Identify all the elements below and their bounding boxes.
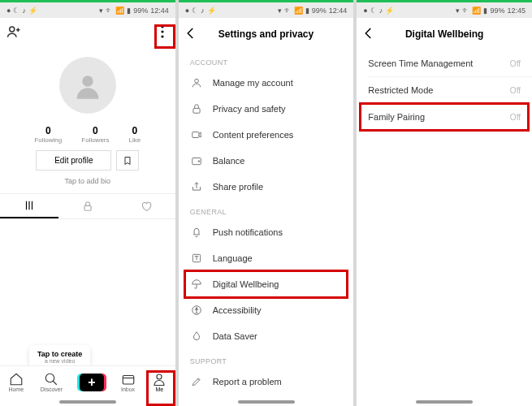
avatar[interactable] [59, 57, 116, 114]
nav-inbox[interactable]: Inbox [121, 372, 136, 392]
nav-home[interactable]: Home [8, 372, 24, 392]
svg-rect-11 [192, 132, 198, 138]
profile-tabs [0, 193, 175, 219]
tab-locked[interactable] [58, 194, 117, 218]
tab-liked[interactable] [117, 194, 175, 218]
svg-point-16 [196, 308, 197, 309]
bell-icon [190, 227, 203, 238]
svg-point-0 [10, 27, 15, 32]
status-bar: ●☾♪⚡ ▾ᯤ📶▮ 99%12:45 [357, 0, 532, 18]
row-accessibility[interactable]: Accessibility [179, 297, 354, 323]
lock-icon [190, 103, 203, 114]
row-balance[interactable]: Balance [179, 148, 354, 174]
accessibility-icon [190, 304, 203, 316]
row-manage-account[interactable]: Manage my account [179, 70, 354, 96]
clock: 12:44 [150, 6, 169, 15]
phone-digital-wellbeing: ●☾♪⚡ ▾ᯤ📶▮ 99%12:45 Digital Wellbeing Scr… [357, 0, 532, 406]
stats-row: 0 Following 0 Followers 0 Like [0, 125, 175, 144]
row-language[interactable]: Language [179, 245, 354, 271]
tab-grid[interactable] [0, 194, 58, 218]
page-title: Digital Wellbeing [383, 28, 506, 40]
video-icon [190, 129, 203, 140]
android-nav-handle [238, 400, 295, 404]
section-general: General [179, 200, 354, 219]
stat-following[interactable]: 0 Following [34, 125, 62, 144]
status-bar: ●☾♪⚡ ▾ᯤ📶▮ 99%12:44 [179, 0, 354, 18]
highlight-more-menu [154, 24, 175, 49]
svg-rect-10 [193, 108, 200, 113]
drop-icon [190, 330, 203, 342]
bookmark-button[interactable] [116, 150, 139, 171]
row-screen-time[interactable]: Screen Time ManagementOff [357, 50, 532, 76]
language-icon [190, 253, 203, 264]
row-data-saver[interactable]: Data Saver [179, 323, 354, 349]
bio-text[interactable]: Tap to add bio [0, 177, 175, 185]
phone-settings: ●☾♪⚡ ▾ᯤ📶▮ 99%12:44 Settings and privacy … [179, 0, 354, 406]
phone-profile: ●☾♪⚡ ▾ᯤ📶▮ 99% 12:44 0 Following 0 Follow… [0, 0, 175, 406]
section-account: Account [179, 50, 354, 70]
wallet-icon [190, 155, 203, 166]
row-privacy[interactable]: Privacy and safety [179, 96, 354, 122]
nav-create[interactable]: + [80, 374, 104, 391]
edit-profile-button[interactable]: Edit profile [36, 150, 111, 171]
stat-followers[interactable]: 0 Followers [81, 125, 109, 144]
row-report[interactable]: Report a problem [179, 369, 354, 395]
pencil-icon [190, 376, 203, 387]
share-icon [190, 181, 203, 192]
row-push[interactable]: Push notifications [179, 219, 354, 245]
svg-point-6 [46, 374, 55, 382]
back-icon[interactable] [361, 26, 376, 43]
svg-point-9 [194, 79, 198, 83]
highlight-digital-wellbeing [184, 270, 349, 299]
page-title: Settings and privacy [205, 28, 328, 40]
back-icon[interactable] [184, 26, 198, 43]
row-content-pref[interactable]: Content preferences [179, 122, 354, 148]
person-icon [190, 77, 203, 89]
svg-rect-5 [84, 205, 91, 210]
row-restricted-mode[interactable]: Restricted ModeOff [357, 77, 532, 103]
svg-point-4 [82, 76, 93, 86]
svg-point-13 [198, 161, 200, 162]
status-bar: ●☾♪⚡ ▾ᯤ📶▮ 99% 12:44 [0, 0, 175, 18]
battery-pct: 99% [133, 6, 148, 15]
android-nav-handle [416, 400, 473, 404]
add-user-icon[interactable] [6, 24, 21, 42]
section-support: Support [179, 349, 354, 369]
android-nav-handle [59, 400, 116, 404]
nav-discover[interactable]: Discover [41, 372, 63, 392]
stat-likes[interactable]: 0 Like [129, 125, 141, 144]
svg-rect-7 [123, 376, 134, 385]
row-share-profile[interactable]: Share profile [179, 174, 354, 200]
highlight-nav-me [146, 370, 175, 406]
highlight-family-pairing [359, 102, 530, 132]
